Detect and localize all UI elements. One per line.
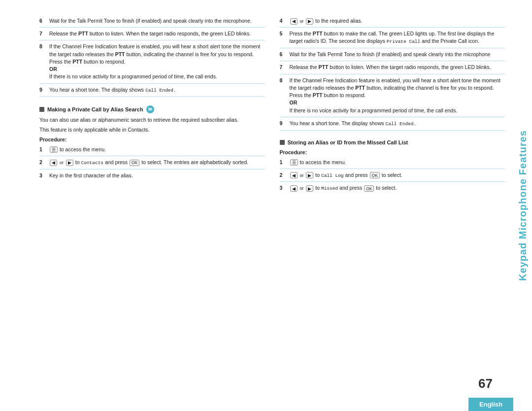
list-item: 2 ◀ or ▶ to Contacts and press OK to sel… [39,156,265,170]
list-item: 3 ◀ or ▶ to Missed and press OK to selec… [280,182,505,195]
procedure-label: Procedure: [39,137,265,142]
section-title: Making a Private Call by Alias Search [47,106,143,112]
list-item: 4 ◀ or ▶ to the required alias. [280,15,505,28]
menu-button-icon: ☰ [50,146,58,153]
side-label: Keypad Microphone Features [513,0,532,411]
section-body-2: This feature is only applicable while in… [39,126,265,134]
alias-search-icon: ✉ [146,105,154,113]
page-number: 67 [478,376,493,391]
list-item: 9 You hear a short tone. The display sho… [280,117,505,131]
section-square-icon [39,107,44,112]
list-item: 1 ☰ to access the menu. [39,143,265,156]
content-area: 6 Wait for the Talk Permit Tone to finis… [39,15,505,372]
ok-button-icon-2: OK [370,172,380,178]
left-column: 6 Wait for the Talk Permit Tone to finis… [39,15,265,372]
right-arrow-icon: ▶ [66,160,73,166]
ok-button-icon-3: OK [364,185,374,192]
right-arrow-icon-3: ▶ [306,185,313,192]
right-arrow-icon-2: ▶ [306,172,313,178]
english-badge: English [468,398,513,411]
list-item: 1 ☰ to access the menu. [280,156,505,169]
section-missed-call: Storing an Alias or ID from the Missed C… [280,135,505,195]
right-arrow-icon: ▶ [306,18,313,25]
list-item: 6 Wait for the Talk Permit Tone to finis… [280,48,505,61]
list-item: 6 Wait for the Talk Permit Tone to finis… [39,15,265,28]
left-arrow-icon-3: ◀ [290,185,298,192]
side-label-text: Keypad Microphone Features [517,130,529,281]
section-alias-search: Making a Private Call by Alias Search ✉ … [39,101,265,182]
list-item: 5 Press the PTT button to make the call.… [280,28,505,48]
list-item: 9 You hear a short tone. The display sho… [39,84,265,97]
menu-button-icon-2: ☰ [290,159,298,166]
section-heading-2: Storing an Alias or ID from the Missed C… [280,139,505,146]
list-item: 8 If the Channel Free Indication feature… [39,40,265,83]
left-arrow-icon-2: ◀ [290,172,298,178]
section-square-icon-2 [280,140,285,145]
list-item: 2 ◀ or ▶ to Call Log and press OK to sel… [280,169,505,182]
list-item: 7 Release the PTT button to listen. When… [39,28,265,40]
procedure-label-2: Procedure: [280,149,505,155]
right-column: 4 ◀ or ▶ to the required alias. 5 Press … [280,15,505,372]
left-arrow-icon: ◀ [50,160,57,166]
section-heading: Making a Private Call by Alias Search ✉ [39,105,265,114]
list-item: 7 Release the PTT button to listen. When… [280,61,505,74]
section-body-1: You can also use alias or alphanumeric s… [39,116,265,124]
section-title-2: Storing an Alias or ID from the Missed C… [288,139,408,145]
list-item: 8 If the Channel Free Indication feature… [280,74,505,117]
list-item: 3 Key in the first character of the alia… [39,170,265,182]
page-container: Keypad Microphone Features English 67 6 … [0,0,532,411]
ok-button-icon: OK [130,160,139,166]
left-arrow-icon: ◀ [290,18,298,25]
